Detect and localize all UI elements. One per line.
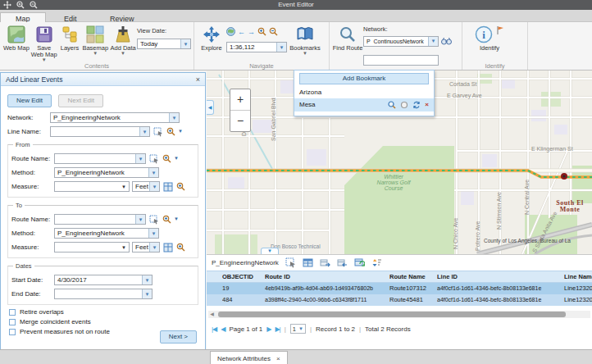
street-label: N Stimson Ave bbox=[496, 192, 502, 230]
panel-collapse-arrow[interactable]: ◀ bbox=[207, 100, 214, 115]
next-page-icon[interactable]: ▶ bbox=[266, 325, 271, 333]
route-input[interactable] bbox=[363, 55, 439, 66]
panel-close-icon[interactable]: × bbox=[196, 75, 200, 84]
bookmark-item-arizona[interactable]: Arizona bbox=[294, 87, 434, 98]
from-unit-select[interactable]: Feet▼ bbox=[132, 181, 160, 192]
select-line-on-map-icon[interactable] bbox=[153, 127, 163, 137]
layers-button[interactable]: Layers bbox=[58, 24, 82, 52]
table-collapse-arrow[interactable]: ▼ bbox=[261, 248, 279, 254]
explore-button[interactable]: Explore bbox=[197, 24, 226, 52]
bookmarks-button[interactable]: Bookmarks ▼ bbox=[287, 24, 323, 56]
back-arrow-icon[interactable]: ← bbox=[238, 28, 245, 36]
start-date-label: Start Date: bbox=[11, 276, 54, 284]
to-measure-zoom-icon[interactable] bbox=[176, 243, 186, 252]
new-edit-button[interactable]: New Edit bbox=[7, 94, 52, 107]
to-zoom-caret-icon[interactable]: ▼ bbox=[174, 217, 179, 221]
add-bookmark-button[interactable]: Add Bookmark bbox=[299, 73, 429, 84]
prev-page-icon[interactable]: ◀ bbox=[221, 325, 225, 333]
basemap-button[interactable]: Basemap ▼ bbox=[81, 24, 109, 56]
sort-icon[interactable] bbox=[371, 257, 382, 268]
from-measure-zoom-icon[interactable] bbox=[176, 182, 186, 191]
zoom-in-icon[interactable] bbox=[257, 25, 266, 39]
prevent-measures-checkbox[interactable] bbox=[9, 329, 16, 335]
merge-coincident-checkbox[interactable] bbox=[9, 319, 16, 325]
close-tab-icon[interactable]: × bbox=[276, 355, 280, 362]
map-zoom-out-button[interactable]: − bbox=[230, 111, 250, 131]
related-tables-icon[interactable] bbox=[337, 257, 348, 268]
app-title: Event Editor bbox=[0, 0, 592, 10]
forward-arrow-icon[interactable]: → bbox=[248, 28, 255, 36]
end-date-select[interactable]: ▼ bbox=[54, 289, 153, 299]
from-zoom-icon[interactable] bbox=[162, 154, 172, 163]
add-data-button[interactable]: Add Data ▼ bbox=[109, 24, 137, 56]
zoom-out-icon[interactable] bbox=[269, 25, 278, 39]
identify-button[interactable]: i Identify bbox=[465, 24, 514, 52]
tab-network-attributes[interactable]: Network Attributes × bbox=[210, 351, 288, 364]
last-page-icon[interactable]: ▶| bbox=[275, 325, 280, 333]
first-page-icon[interactable]: |◀ bbox=[212, 325, 216, 333]
view-date-select[interactable]: Today ▼ bbox=[137, 39, 191, 49]
bookmarks-dropdown: Add Bookmark Arizona Mesa × bbox=[294, 70, 435, 116]
ribbon-group-navigate: Explore ← → 1:36,112 ▼ Bookmarks ▼ Navig… bbox=[194, 22, 330, 70]
view-date-caret-icon: ▼ bbox=[180, 39, 190, 48]
save-web-map-button[interactable]: Save Web Map ▼ bbox=[30, 24, 58, 62]
to-zoom-icon[interactable] bbox=[162, 215, 172, 224]
map-zoom-in-button[interactable]: + bbox=[230, 89, 250, 110]
page-select[interactable]: 1 ▼ bbox=[290, 324, 306, 334]
basemap-icon bbox=[86, 25, 104, 43]
to-select-route-icon[interactable] bbox=[149, 215, 159, 225]
bookmark-item-mesa[interactable]: Mesa × bbox=[294, 98, 434, 111]
line-name-select[interactable]: ▼ bbox=[50, 126, 150, 137]
web-map-button[interactable]: Web Map bbox=[2, 24, 30, 52]
map-scale-select[interactable]: 1:36,112 ▼ bbox=[226, 42, 287, 52]
globe-icon[interactable] bbox=[226, 25, 235, 39]
retire-overlaps-checkbox[interactable] bbox=[9, 309, 16, 316]
refresh-table-icon[interactable] bbox=[354, 257, 365, 268]
col-header-objectid[interactable]: OBJECTID bbox=[222, 271, 263, 283]
network-select[interactable]: P_ContinuousNetwork ▼ bbox=[363, 36, 439, 47]
table-horizontal-scrollbar[interactable]: ◀ bbox=[208, 311, 590, 318]
col-header-line-id[interactable]: Line ID bbox=[437, 271, 562, 283]
table-row[interactable]: 484 a398ff4c-2940-4c00-96b6-c6343f8f1711… bbox=[207, 294, 592, 306]
to-measure-table-icon[interactable] bbox=[163, 243, 173, 253]
add-linear-events-panel: Add Linear Events × New Edit Next Edit N… bbox=[0, 72, 206, 351]
from-method-select[interactable]: P_EngineeringNetwork▼ bbox=[54, 167, 159, 178]
table-row[interactable]: 19 4eb9419b-af9b-4d04-ab69-1d493476802b … bbox=[207, 283, 592, 294]
merge-coincident-option[interactable]: Merge coincident events bbox=[7, 318, 198, 325]
to-route-name-select[interactable]: ▼ bbox=[54, 214, 146, 225]
from-select-route-icon[interactable] bbox=[149, 154, 159, 164]
delete-bookmark-icon[interactable]: × bbox=[425, 101, 429, 109]
zoom-to-bookmark-icon[interactable] bbox=[388, 101, 396, 109]
col-header-line-name[interactable]: Line Name bbox=[564, 271, 592, 283]
start-date-select[interactable]: 4/30/2017▼ bbox=[54, 275, 153, 285]
to-measure-label: Measure: bbox=[11, 243, 54, 251]
scroll-left-arrow-icon[interactable]: ◀ bbox=[208, 311, 216, 318]
scrollbar-thumb[interactable] bbox=[218, 312, 566, 317]
page-select-caret-icon: ▼ bbox=[298, 326, 303, 331]
line-zoom-icon[interactable] bbox=[166, 127, 176, 136]
to-unit-select[interactable]: Feet▼ bbox=[132, 242, 160, 253]
switch-selection-icon[interactable] bbox=[320, 257, 330, 268]
line-zoom-caret-icon[interactable]: ▼ bbox=[178, 130, 183, 134]
binoculars-icon[interactable] bbox=[441, 34, 452, 48]
network-field-label: Network: bbox=[7, 114, 50, 121]
table-options-icon[interactable] bbox=[285, 257, 296, 268]
col-header-route-id[interactable]: Route ID bbox=[265, 271, 388, 283]
from-zoom-caret-icon[interactable]: ▼ bbox=[174, 157, 179, 161]
show-table-icon[interactable] bbox=[303, 257, 313, 268]
network-field-select[interactable]: P_EngineeringNetwork ▼ bbox=[50, 112, 180, 123]
table-header-row: OBJECTID Route ID Route Name Line ID Lin… bbox=[207, 271, 592, 283]
to-method-select[interactable]: P_EngineeringNetwork▼ bbox=[54, 228, 159, 239]
find-route-button[interactable]: Find Route bbox=[332, 24, 363, 52]
street-label: Cortada St bbox=[449, 81, 476, 87]
update-bookmark-icon[interactable] bbox=[412, 101, 421, 109]
col-header-route-name[interactable]: Route Name bbox=[389, 271, 435, 283]
from-measure-table-icon[interactable] bbox=[163, 182, 173, 192]
retire-overlaps-option[interactable]: Retire overlaps bbox=[7, 308, 198, 316]
from-route-name-select[interactable]: ▼ bbox=[54, 153, 146, 164]
next-button[interactable]: Next > bbox=[160, 330, 197, 344]
to-measure-input[interactable]: ▼ bbox=[54, 242, 130, 253]
from-measure-input[interactable]: ▼ bbox=[54, 181, 130, 192]
pan-to-bookmark-icon[interactable] bbox=[400, 101, 408, 109]
next-edit-button[interactable]: Next Edit bbox=[58, 94, 102, 107]
